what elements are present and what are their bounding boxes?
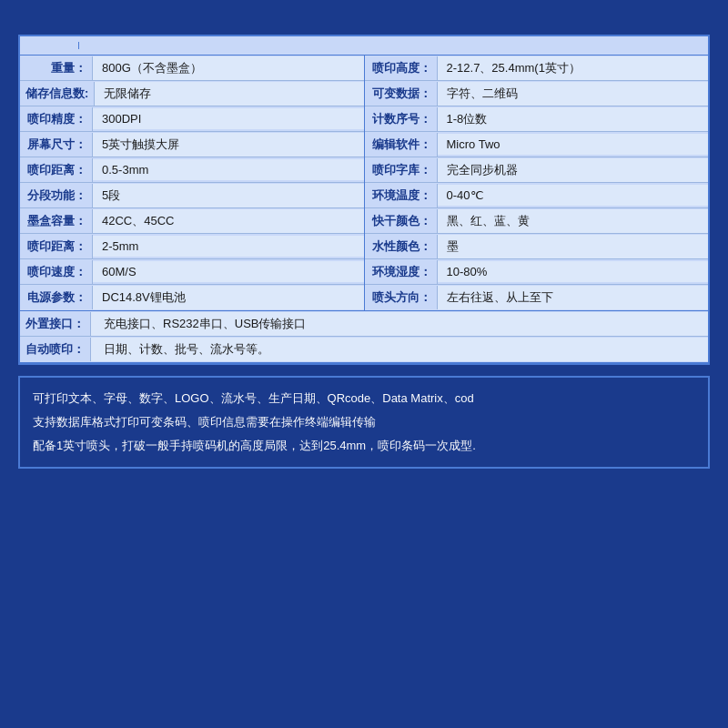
param-label: 喷印精度： (20, 107, 93, 131)
param-value: 0.5-3mm (93, 159, 364, 180)
param-value: 左右往返、从上至下 (438, 286, 709, 309)
left-param-row: 屏幕尺寸： 5英寸触摸大屏 (20, 132, 364, 157)
description-section: 可打印文本、字母、数字、LOGO、流水号、生产日期、QRcode、Data Ma… (18, 376, 710, 469)
left-param-row: 喷印距离： 0.5-3mm (20, 157, 364, 183)
param-value: 10-80% (438, 261, 709, 282)
param-label: 水性颜色： (365, 235, 438, 258)
param-value: 1-8位数 (438, 107, 709, 131)
param-label: 计数序号： (365, 107, 438, 131)
left-column: 重量： 800G（不含墨盒） 储存信息数: 无限储存 喷印精度： 300DPI … (20, 56, 365, 310)
bottom-param-row: 外置接口： 充电接口、RS232串口、USB传输接口 (20, 311, 708, 337)
param-value: 60M/S (93, 261, 364, 282)
param-value: 2-12.7、25.4mm(1英寸） (438, 56, 709, 80)
bottom-label: 自动喷印： (20, 338, 91, 361)
main-table: 重量： 800G（不含墨盒） 储存信息数: 无限储存 喷印精度： 300DPI … (18, 35, 710, 365)
param-value: 42CC、45CC (93, 209, 364, 233)
param-label: 环境温度： (365, 184, 438, 207)
left-param-row: 重量： 800G（不含墨盒） (20, 56, 364, 81)
right-param-row: 水性颜色： 墨 (365, 234, 709, 259)
param-label: 屏幕尺寸： (20, 133, 93, 157)
param-value: 2-5mm (93, 236, 364, 257)
param-label: 喷印字库： (365, 158, 438, 182)
left-param-row: 喷印距离： 2-5mm (20, 234, 364, 259)
param-label: 喷印距离： (20, 235, 93, 258)
right-param-row: 可变数据： 字符、二维码 (365, 81, 709, 106)
left-param-row: 喷印精度： 300DPI (20, 106, 364, 132)
param-label: 环境湿度： (365, 260, 438, 284)
right-param-row: 喷头方向： 左右往返、从上至下 (365, 285, 709, 310)
two-col-section: 重量： 800G（不含墨盒） 储存信息数: 无限储存 喷印精度： 300DPI … (20, 56, 708, 311)
description-line: 可打印文本、字母、数字、LOGO、流水号、生产日期、QRcode、Data Ma… (33, 387, 695, 410)
param-label: 喷印速度： (20, 260, 93, 284)
right-param-row: 环境湿度： 10-80% (365, 259, 709, 285)
right-column: 喷印高度： 2-12.7、25.4mm(1英寸） 可变数据： 字符、二维码 计数… (365, 56, 709, 310)
bottom-value: 日期、计数、批号、流水号等。 (91, 338, 708, 361)
left-param-row: 喷印速度： 60M/S (20, 259, 364, 285)
param-label: 可变数据： (365, 82, 438, 106)
right-param-row: 计数序号： 1-8位数 (365, 106, 709, 132)
param-value: Micro Two (438, 134, 709, 155)
param-value: 0-40℃ (438, 185, 709, 206)
right-param-row: 喷印高度： 2-12.7、25.4mm(1英寸） (365, 56, 709, 81)
right-param-row: 快干颜色： 黑、红、蓝、黄 (365, 208, 709, 234)
size-value (79, 42, 105, 49)
left-param-row: 电源参数： DC14.8V锂电池 (20, 285, 364, 310)
right-param-row: 喷印字库： 完全同步机器 (365, 157, 709, 183)
param-value: 字符、二维码 (438, 82, 709, 106)
param-label: 重量： (20, 56, 93, 80)
left-param-row: 墨盒容量： 42CC、45CC (20, 208, 364, 234)
param-value: 5段 (93, 184, 364, 207)
description-line: 支持数据库格式打印可变条码、喷印信息需要在操作终端编辑传输 (33, 410, 695, 434)
param-value: 300DPI (93, 108, 364, 129)
param-value: 完全同步机器 (438, 158, 709, 182)
param-label: 编辑软件： (365, 133, 438, 157)
param-label: 墨盒容量： (20, 209, 93, 233)
param-value: 无限储存 (95, 82, 363, 106)
param-value: 5英寸触摸大屏 (93, 133, 364, 157)
param-value: 黑、红、蓝、黄 (438, 209, 709, 233)
param-label: 喷印高度： (365, 56, 438, 80)
param-label: 分段功能： (20, 184, 93, 207)
size-row (20, 36, 708, 56)
left-param-row: 储存信息数: 无限储存 (20, 81, 364, 106)
param-label: 喷头方向： (365, 286, 438, 309)
param-label: 快干颜色： (365, 209, 438, 233)
param-label: 储存信息数: (20, 82, 95, 106)
bottom-param-row: 自动喷印： 日期、计数、批号、流水号等。 (20, 337, 708, 362)
right-param-row: 编辑软件： Micro Two (365, 132, 709, 157)
param-value: DC14.8V锂电池 (93, 286, 364, 309)
right-param-row: 环境温度： 0-40℃ (365, 183, 709, 208)
bottom-label: 外置接口： (20, 312, 91, 336)
param-label: 电源参数： (20, 286, 93, 309)
param-value: 800G（不含墨盒） (93, 56, 364, 80)
left-param-row: 分段功能： 5段 (20, 183, 364, 208)
param-label: 喷印距离： (20, 158, 93, 182)
param-value: 墨 (438, 235, 709, 258)
bottom-value: 充电接口、RS232串口、USB传输接口 (91, 312, 708, 336)
bottom-section: 外置接口： 充电接口、RS232串口、USB传输接口 自动喷印： 日期、计数、批… (20, 311, 708, 363)
description-line: 配备1英寸喷头，打破一般手持喷码机的高度局限，达到25.4mm，喷印条码一次成型… (33, 434, 695, 458)
size-label (20, 42, 79, 49)
